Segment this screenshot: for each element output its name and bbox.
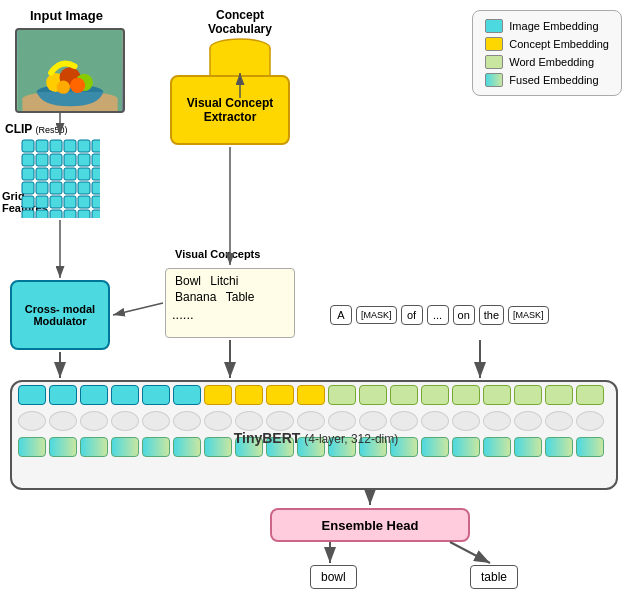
svg-rect-33 — [22, 196, 34, 208]
bert-token — [173, 437, 201, 457]
bert-token — [514, 385, 542, 405]
bert-token — [80, 411, 108, 431]
bert-token — [576, 411, 604, 431]
bert-token — [297, 437, 325, 457]
concept-table: Table — [226, 290, 255, 304]
svg-rect-32 — [92, 182, 100, 194]
grid-svg — [20, 138, 100, 218]
bert-token — [421, 385, 449, 405]
token-of: of — [401, 305, 423, 325]
bert-token — [576, 385, 604, 405]
token-on: on — [453, 305, 475, 325]
svg-rect-41 — [50, 210, 62, 218]
bert-token — [49, 411, 77, 431]
svg-rect-10 — [36, 140, 48, 152]
bert-token — [111, 411, 139, 431]
output-table: table — [470, 565, 518, 589]
bert-token — [421, 437, 449, 457]
bert-token — [359, 437, 387, 457]
legend-color-word — [485, 55, 503, 69]
svg-rect-16 — [36, 154, 48, 166]
svg-rect-21 — [22, 168, 34, 180]
svg-rect-28 — [36, 182, 48, 194]
bert-token — [49, 385, 77, 405]
bert-token — [421, 411, 449, 431]
svg-rect-37 — [78, 196, 90, 208]
svg-rect-13 — [78, 140, 90, 152]
bert-token — [111, 437, 139, 457]
visual-concepts-label: Visual Concepts — [175, 248, 260, 260]
bert-token — [18, 437, 46, 457]
bert-token — [328, 411, 356, 431]
svg-rect-19 — [78, 154, 90, 166]
bert-row-2 — [12, 408, 616, 434]
svg-point-8 — [70, 78, 85, 93]
bert-token — [576, 437, 604, 457]
bert-token — [452, 385, 480, 405]
bert-token — [80, 385, 108, 405]
bert-token — [204, 385, 232, 405]
svg-rect-23 — [50, 168, 62, 180]
bert-token — [297, 411, 325, 431]
vc-extractor: Visual Concept Extractor — [170, 75, 290, 145]
svg-rect-38 — [92, 196, 100, 208]
bert-token — [514, 411, 542, 431]
concept-bowl: Bowl — [175, 274, 201, 288]
legend-color-image — [485, 19, 503, 33]
bert-token — [18, 411, 46, 431]
input-image-box — [15, 28, 125, 113]
svg-rect-26 — [92, 168, 100, 180]
legend-concept-embedding: Concept Embedding — [485, 37, 609, 51]
cross-modal-modulator: Cross- modal Modulator — [10, 280, 110, 350]
legend-color-concept — [485, 37, 503, 51]
fruit-bowl-svg — [17, 30, 123, 111]
bert-token — [266, 411, 294, 431]
clip-label: CLIP (Res50) — [5, 122, 67, 136]
bert-token — [545, 385, 573, 405]
bert-token — [359, 385, 387, 405]
svg-rect-42 — [64, 210, 76, 218]
token-ellipsis: ... — [427, 305, 449, 325]
bert-token — [173, 385, 201, 405]
bert-token — [328, 385, 356, 405]
svg-rect-36 — [64, 196, 76, 208]
output-bowl: bowl — [310, 565, 357, 589]
diagram: Image Embedding Concept Embedding Word E… — [0, 0, 632, 596]
svg-rect-34 — [36, 196, 48, 208]
concept-banana: Banana — [175, 290, 216, 304]
svg-line-56 — [113, 303, 163, 315]
svg-rect-43 — [78, 210, 90, 218]
bert-token — [483, 385, 511, 405]
bert-token — [545, 411, 573, 431]
svg-rect-15 — [22, 154, 34, 166]
svg-rect-40 — [36, 210, 48, 218]
svg-point-7 — [57, 81, 70, 94]
bert-token — [266, 437, 294, 457]
svg-rect-44 — [92, 210, 100, 218]
bert-token — [390, 385, 418, 405]
bert-token — [142, 385, 170, 405]
token-mask1: [MASK] — [356, 306, 397, 324]
svg-rect-31 — [78, 182, 90, 194]
legend-word-embedding: Word Embedding — [485, 55, 609, 69]
bert-token — [173, 411, 201, 431]
svg-line-62 — [450, 542, 490, 563]
bert-token — [18, 385, 46, 405]
svg-rect-29 — [50, 182, 62, 194]
bert-token — [328, 437, 356, 457]
concept-dots: ...... — [172, 307, 288, 322]
bert-row-1 — [12, 382, 616, 408]
legend-label-word: Word Embedding — [509, 56, 594, 68]
svg-rect-18 — [64, 154, 76, 166]
token-row: A [MASK] of ... on the [MASK] — [330, 305, 549, 325]
bert-token — [359, 411, 387, 431]
bert-token — [235, 385, 263, 405]
token-mask2: [MASK] — [508, 306, 549, 324]
svg-rect-30 — [64, 182, 76, 194]
bert-token — [142, 437, 170, 457]
legend-label-image: Image Embedding — [509, 20, 598, 32]
bert-token — [142, 411, 170, 431]
bert-token — [390, 411, 418, 431]
bert-token — [266, 385, 294, 405]
legend-label-concept: Concept Embedding — [509, 38, 609, 50]
